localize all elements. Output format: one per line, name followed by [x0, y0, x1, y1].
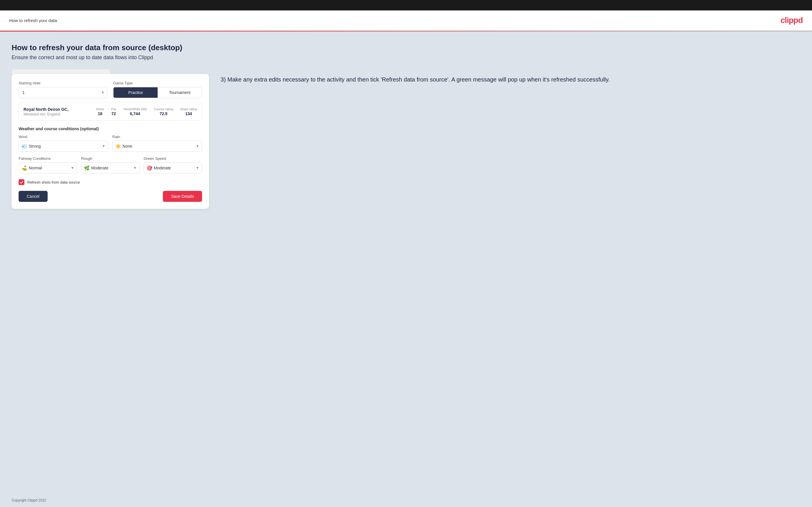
top-bar	[0, 0, 812, 10]
course-rating-label: Course rating	[154, 107, 173, 111]
yards-stat: Yards/White (M)) 6,744	[123, 107, 147, 116]
fairway-label: Fairway Conditions	[18, 156, 77, 161]
logo: clippd	[781, 16, 803, 25]
slope-rating-label: Slope rating	[180, 107, 197, 111]
course-name-block: Royal North Devon GC, Westward Ho!, Engl…	[23, 107, 68, 116]
green-speed-label: Green Speed	[144, 156, 202, 161]
page-subheading: Ensure the correct and most up to date d…	[12, 55, 800, 61]
wind-select[interactable]: Strong Light None	[18, 141, 108, 152]
rain-group: Rain ☀️ None Light Heavy ▼	[112, 134, 202, 152]
holes-label: Holes	[96, 107, 104, 111]
cancel-button[interactable]: Cancel	[18, 191, 48, 202]
form-card-wrapper: Starting Hole 1 10 ▼ Game Type Practi	[12, 69, 209, 209]
yards-label: Yards/White (M))	[123, 107, 147, 111]
conditions-grid-bottom: Fairway Conditions ⛳ Normal Soft Hard ▼	[18, 156, 202, 173]
refresh-checkbox[interactable]	[18, 179, 24, 185]
rain-select[interactable]: None Light Heavy	[112, 141, 202, 152]
refresh-label: Refresh shots from data source	[27, 180, 80, 184]
starting-hole-wrapper: 1 10 ▼	[18, 87, 107, 98]
conditions-grid-top: Wind 💨 Strong Light None ▼ Rain	[18, 134, 202, 152]
save-button[interactable]: Save Details	[163, 191, 202, 202]
holes-stat: Holes 18	[96, 107, 104, 116]
wind-label: Wind	[18, 134, 108, 139]
green-speed-select-wrapper: 🎯 Moderate Fast Slow ▼	[144, 162, 202, 173]
starting-hole-label: Starting Hole	[18, 81, 107, 85]
green-speed-group: Green Speed 🎯 Moderate Fast Slow ▼	[144, 156, 202, 173]
slope-rating-stat: Slope rating 134	[180, 107, 197, 116]
main-content: How to refresh your data from source (de…	[0, 32, 812, 494]
practice-button[interactable]: Practice	[113, 87, 158, 98]
wind-group: Wind 💨 Strong Light None ▼	[18, 134, 108, 152]
checkmark-icon	[20, 180, 23, 184]
course-name: Royal North Devon GC,	[23, 107, 68, 112]
fairway-select[interactable]: Normal Soft Hard	[18, 162, 77, 173]
button-row: Cancel Save Details	[18, 191, 202, 202]
conditions-section-title: Weather and course conditions (optional)	[18, 126, 202, 131]
top-form-row: Starting Hole 1 10 ▼ Game Type Practi	[18, 81, 202, 98]
slope-rating-value: 134	[185, 111, 192, 116]
course-rating-value: 72.5	[160, 111, 167, 116]
form-card: Starting Hole 1 10 ▼ Game Type Practi	[12, 74, 209, 209]
refresh-checkbox-row: Refresh shots from data source	[18, 179, 202, 185]
green-speed-select[interactable]: Moderate Fast Slow	[144, 162, 202, 173]
rough-select[interactable]: Moderate Light Heavy	[81, 162, 139, 173]
right-panel: 3) Make any extra edits necessary to the…	[221, 69, 800, 84]
par-stat: Par 72	[111, 107, 116, 116]
game-type-buttons: Practice Tournament	[113, 87, 202, 98]
starting-hole-group: Starting Hole 1 10 ▼	[18, 81, 107, 98]
course-stats: Holes 18 Par 72 Yards/White (M)) 6,744	[96, 107, 197, 116]
par-label: Par	[111, 107, 116, 111]
fairway-group: Fairway Conditions ⛳ Normal Soft Hard ▼	[18, 156, 77, 173]
game-type-group: Game Type Practice Tournament	[113, 81, 202, 98]
course-rating-stat: Course rating 72.5	[154, 107, 173, 116]
course-info-row: Royal North Devon GC, Westward Ho!, Engl…	[18, 103, 202, 121]
rough-select-wrapper: 🌿 Moderate Light Heavy ▼	[81, 162, 139, 173]
fairway-select-wrapper: ⛳ Normal Soft Hard ▼	[18, 162, 77, 173]
instruction-text: 3) Make any extra edits necessary to the…	[221, 75, 800, 84]
rough-label: Rough	[81, 156, 139, 161]
content-row: Starting Hole 1 10 ▼ Game Type Practi	[12, 69, 800, 209]
course-location: Westward Ho!, England	[23, 112, 68, 116]
page-heading: How to refresh your data from source (de…	[12, 43, 800, 52]
header: How to refresh your data clippd	[0, 10, 812, 31]
yards-value: 6,744	[130, 111, 140, 116]
footer-text: Copyright Clippd 2022	[12, 498, 46, 502]
rain-select-wrapper: ☀️ None Light Heavy ▼	[112, 141, 202, 152]
rain-label: Rain	[112, 134, 202, 139]
footer: Copyright Clippd 2022	[0, 494, 812, 507]
rough-group: Rough 🌿 Moderate Light Heavy ▼	[81, 156, 139, 173]
par-value: 72	[111, 111, 116, 116]
starting-hole-select[interactable]: 1 10	[18, 87, 107, 98]
tournament-button[interactable]: Tournament	[158, 87, 202, 98]
top-card-stub	[12, 69, 110, 74]
game-type-label: Game Type	[113, 81, 202, 85]
wind-select-wrapper: 💨 Strong Light None ▼	[18, 141, 108, 152]
holes-value: 18	[98, 111, 102, 116]
header-title: How to refresh your data	[9, 18, 57, 23]
